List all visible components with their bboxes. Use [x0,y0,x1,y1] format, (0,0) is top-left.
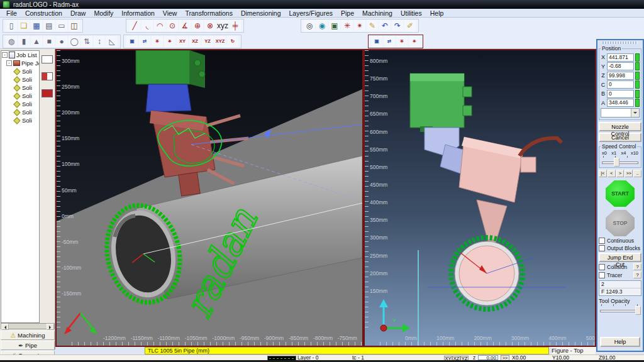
view-yz-icon[interactable]: YZ [202,36,213,47]
tree-item-solid[interactable]: Soli [1,116,39,124]
menu-transformations[interactable]: Transformations [181,9,236,17]
circle-delete-icon[interactable]: ⊗ [204,20,216,31]
cone-icon[interactable]: ▲ [31,36,42,47]
dimension-vertical-icon[interactable]: ↕ [94,36,105,47]
axis-value-field[interactable]: -0.68 [607,62,634,70]
checkbox-icon[interactable] [599,272,605,278]
axis-value-field[interactable]: 441.871 [607,53,634,62]
circle-diameter-icon[interactable]: ⊕ [192,20,203,31]
speed-slider[interactable] [601,158,640,166]
viewport-3d-right[interactable]: Y 800mm750mm700mm650mm600mm550mm500mm450… [364,49,596,347]
machining-tab[interactable]: ⚠ Machining [1,331,55,340]
arc-center-icon[interactable]: ⊙ [167,20,178,31]
cancel-button[interactable]: Cancel [599,133,641,142]
block-count-field[interactable]: 2 [599,281,641,288]
job-list-icon[interactable]: ▤ [43,20,55,31]
line-icon[interactable]: ╱ [129,20,140,31]
tree-item-solid[interactable]: Soli [1,67,39,75]
arc-icon[interactable]: ◠ [154,20,165,31]
menu-utilities[interactable]: Utilities [397,9,426,17]
menu-machining[interactable]: Machining [358,9,396,17]
dimension-icon[interactable]: ⇅ [81,36,92,47]
checkbox-icon[interactable] [599,245,605,251]
menu-pipe[interactable]: Pipe [337,9,358,17]
tree-item-pipe-job[interactable]: - Pipe Jo [1,59,39,67]
menu-draw[interactable]: Draw [67,9,90,17]
tree-item-solid[interactable]: Soli [1,75,39,84]
render-view-icon[interactable]: ▣ [126,36,138,47]
cube-icon[interactable]: ■ [43,36,55,47]
tree-item-job-list[interactable]: - Job List [1,51,39,59]
erase-icon[interactable]: ✐ [404,20,416,31]
torus-icon[interactable]: ◯ [69,36,80,47]
zoom-previous-icon[interactable]: ◉ [316,20,328,31]
viewport-3d-left[interactable]: radan [55,49,364,347]
tree-horizontal-scrollbar[interactable] [1,323,55,329]
step-more-button[interactable]: .. [633,170,641,177]
zoom-extents-icon[interactable]: ✳ [341,20,353,31]
tree-item-solid[interactable]: Soli [1,108,39,116]
collision-checkbox[interactable]: Collision ? [599,263,641,270]
arc-tangent-icon[interactable]: ◟ [142,20,153,31]
tracer-help-button[interactable]: ? [633,272,641,278]
view-xz-icon[interactable]: XZ [189,36,201,47]
view-xyz-icon[interactable]: XYZ [214,36,226,47]
expand-view-icon[interactable]: ✳ [152,36,163,47]
step-back-button[interactable]: < [608,170,616,177]
axis-value-field[interactable]: 99.998 [607,72,634,80]
sphere-icon[interactable]: ◍ [6,36,17,47]
menu-view[interactable]: View [159,9,181,17]
ellipsoid-icon[interactable]: ● [56,36,67,47]
stop-button[interactable]: STOP [606,210,635,236]
checkbox-icon[interactable] [599,264,605,270]
tree-item-solid[interactable]: Soli [1,92,39,100]
tree-item-solid[interactable]: Soli [1,84,39,92]
chevron-down-icon[interactable] [631,109,639,117]
highlight-pen-icon[interactable]: ✎ [367,20,378,31]
feed-rate-field[interactable]: F 1249.3 [599,288,641,295]
new-icon[interactable]: ▯ [6,20,17,31]
step-fast-forward-button[interactable]: >> [625,170,633,177]
continuous-checkbox[interactable]: Continuous [599,238,641,244]
xyz-coords-icon[interactable]: xyz [217,20,228,31]
view-xy-icon[interactable]: XY [177,36,188,47]
expand-view-icon[interactable]: ✳ [396,36,408,47]
axis-value-field[interactable]: 348.446 [607,99,634,107]
redo-icon[interactable]: ↷ [392,20,403,31]
tool-opacity-slider[interactable] [599,306,641,314]
view-rotate-icon[interactable]: ↻ [227,36,238,47]
menu-file[interactable]: File [3,9,21,17]
menu-dimensioning[interactable]: Dimensioning [237,9,285,17]
start-button[interactable]: START [606,180,635,207]
swap-view-icon[interactable]: ⇄ [139,36,150,47]
panel-gripper[interactable] [602,41,638,44]
tracer-checkbox[interactable]: Tracer ? [599,272,641,278]
help-button[interactable]: Help [600,337,640,347]
zoom-window-icon[interactable]: ▣ [329,20,340,31]
zoom-shrink-icon[interactable]: ✴ [354,20,365,31]
nozzle-control-button[interactable]: Nozzle Control [599,122,641,131]
menu-information[interactable]: Information [118,9,158,17]
contract-view-icon[interactable]: ✴ [409,36,420,47]
print-icon[interactable]: ▭ [56,20,67,31]
scroll-right-icon[interactable] [47,324,54,330]
menu-modify[interactable]: Modify [90,9,117,17]
render-view-icon[interactable]: ▣ [371,36,382,47]
slope-icon[interactable]: ◺ [106,36,118,47]
speed-slider-thumb[interactable] [614,158,619,167]
axis-value-field[interactable]: 0 [607,80,634,89]
tool-opacity-slider-thumb[interactable] [635,306,641,315]
axis-value-field[interactable]: 0 [607,90,634,98]
cylinder-icon[interactable]: ▮ [18,36,30,47]
open-icon[interactable]: ❏ [18,20,30,31]
z-depth-input[interactable]: 0.00 [478,355,498,360]
expander-icon[interactable]: - [2,52,8,58]
output-blocks-checkbox[interactable]: Output Blocks [599,245,641,251]
flag-red-icon[interactable] [42,89,53,97]
pipe-tab[interactable]: ✒ Pipe [1,341,55,350]
undo-icon[interactable]: ↶ [379,20,391,31]
menu-help[interactable]: Help [426,9,448,17]
contract-view-icon[interactable]: ✴ [164,36,175,47]
angle-measure-icon[interactable]: ∡ [179,20,191,31]
copy-icon[interactable]: ◫ [69,20,80,31]
